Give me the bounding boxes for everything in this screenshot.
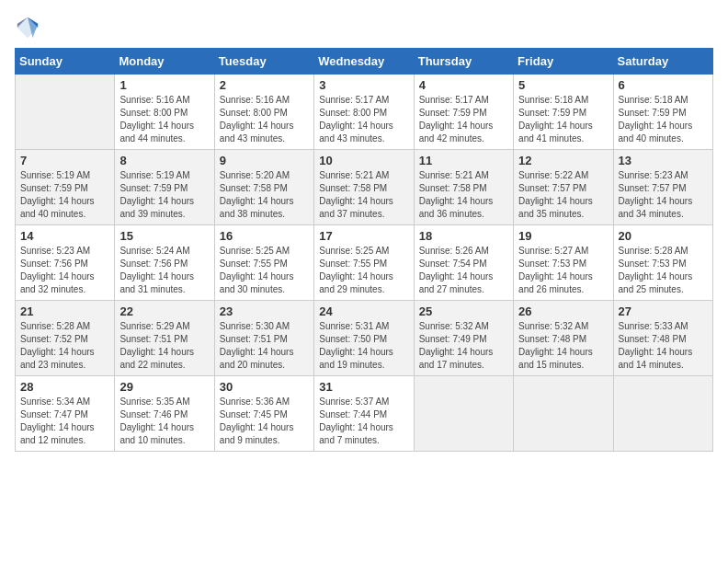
- day-info: Sunrise: 5:27 AMSunset: 7:53 PMDaylight:…: [518, 245, 608, 296]
- day-number: 29: [119, 380, 209, 394]
- day-info: Sunrise: 5:17 AMSunset: 8:00 PMDaylight:…: [319, 94, 408, 145]
- calendar-cell: 7Sunrise: 5:19 AMSunset: 7:59 PMDaylight…: [16, 150, 115, 225]
- day-number: 6: [619, 78, 708, 92]
- day-info: Sunrise: 5:18 AMSunset: 7:59 PMDaylight:…: [518, 94, 608, 145]
- calendar-cell: 9Sunrise: 5:20 AMSunset: 7:58 PMDaylight…: [214, 150, 313, 225]
- calendar-cell: 5Sunrise: 5:18 AMSunset: 7:59 PMDaylight…: [514, 75, 613, 150]
- day-number: 5: [518, 78, 608, 92]
- week-row-2: 7Sunrise: 5:19 AMSunset: 7:59 PMDaylight…: [16, 150, 713, 225]
- header-sunday: Sunday: [16, 49, 115, 75]
- logo-icon: [15, 15, 40, 40]
- header-monday: Monday: [115, 49, 214, 75]
- day-number: 18: [419, 229, 508, 243]
- day-info: Sunrise: 5:29 AMSunset: 7:51 PMDaylight:…: [119, 320, 209, 372]
- day-number: 22: [119, 304, 209, 318]
- calendar-cell: 26Sunrise: 5:32 AMSunset: 7:48 PMDayligh…: [514, 301, 613, 376]
- calendar-cell: 29Sunrise: 5:35 AMSunset: 7:46 PMDayligh…: [115, 376, 214, 452]
- header: [15, 15, 713, 40]
- calendar-cell: 15Sunrise: 5:24 AMSunset: 7:56 PMDayligh…: [115, 225, 214, 301]
- day-info: Sunrise: 5:20 AMSunset: 7:58 PMDaylight:…: [220, 169, 309, 221]
- day-number: 28: [20, 380, 109, 394]
- day-number: 24: [319, 304, 408, 318]
- week-row-3: 14Sunrise: 5:23 AMSunset: 7:56 PMDayligh…: [16, 225, 713, 301]
- day-number: 12: [518, 154, 608, 167]
- calendar-cell: 31Sunrise: 5:37 AMSunset: 7:44 PMDayligh…: [314, 376, 414, 452]
- day-number: 26: [518, 304, 608, 318]
- day-info: Sunrise: 5:19 AMSunset: 7:59 PMDaylight:…: [119, 169, 209, 221]
- calendar-cell: 12Sunrise: 5:22 AMSunset: 7:57 PMDayligh…: [514, 150, 613, 225]
- calendar-cell: 20Sunrise: 5:28 AMSunset: 7:53 PMDayligh…: [613, 225, 712, 301]
- calendar-cell: 23Sunrise: 5:30 AMSunset: 7:51 PMDayligh…: [214, 301, 313, 376]
- day-number: 19: [518, 229, 608, 243]
- day-number: 27: [619, 304, 708, 318]
- day-info: Sunrise: 5:34 AMSunset: 7:47 PMDaylight:…: [20, 396, 109, 447]
- week-row-5: 28Sunrise: 5:34 AMSunset: 7:47 PMDayligh…: [16, 376, 713, 452]
- calendar-cell: 24Sunrise: 5:31 AMSunset: 7:50 PMDayligh…: [314, 301, 414, 376]
- calendar-cell: 14Sunrise: 5:23 AMSunset: 7:56 PMDayligh…: [16, 225, 115, 301]
- day-number: 23: [220, 304, 309, 318]
- header-saturday: Saturday: [613, 49, 712, 75]
- calendar-cell: 11Sunrise: 5:21 AMSunset: 7:58 PMDayligh…: [414, 150, 513, 225]
- day-number: 30: [220, 380, 309, 394]
- day-number: 21: [20, 304, 109, 318]
- calendar-cell: 18Sunrise: 5:26 AMSunset: 7:54 PMDayligh…: [414, 225, 513, 301]
- calendar-cell: 10Sunrise: 5:21 AMSunset: 7:58 PMDayligh…: [314, 150, 414, 225]
- day-info: Sunrise: 5:23 AMSunset: 7:56 PMDaylight:…: [20, 245, 109, 296]
- calendar-cell: 8Sunrise: 5:19 AMSunset: 7:59 PMDaylight…: [115, 150, 214, 225]
- day-number: 2: [220, 78, 309, 92]
- calendar-cell: 22Sunrise: 5:29 AMSunset: 7:51 PMDayligh…: [115, 301, 214, 376]
- day-info: Sunrise: 5:18 AMSunset: 7:59 PMDaylight:…: [619, 94, 708, 145]
- day-info: Sunrise: 5:33 AMSunset: 7:48 PMDaylight:…: [619, 320, 708, 372]
- day-number: 15: [119, 229, 209, 243]
- day-info: Sunrise: 5:17 AMSunset: 7:59 PMDaylight:…: [419, 94, 508, 145]
- day-info: Sunrise: 5:36 AMSunset: 7:45 PMDaylight:…: [220, 396, 309, 447]
- day-info: Sunrise: 5:21 AMSunset: 7:58 PMDaylight:…: [319, 169, 408, 221]
- calendar-cell: 19Sunrise: 5:27 AMSunset: 7:53 PMDayligh…: [514, 225, 613, 301]
- calendar-cell: 21Sunrise: 5:28 AMSunset: 7:52 PMDayligh…: [16, 301, 115, 376]
- calendar-cell: 16Sunrise: 5:25 AMSunset: 7:55 PMDayligh…: [214, 225, 313, 301]
- day-info: Sunrise: 5:32 AMSunset: 7:48 PMDaylight:…: [518, 320, 608, 372]
- day-number: 17: [319, 229, 408, 243]
- calendar-cell: 4Sunrise: 5:17 AMSunset: 7:59 PMDaylight…: [414, 75, 513, 150]
- day-number: 31: [319, 380, 408, 394]
- calendar-cell: 17Sunrise: 5:25 AMSunset: 7:55 PMDayligh…: [314, 225, 414, 301]
- calendar-cell: 6Sunrise: 5:18 AMSunset: 7:59 PMDaylight…: [613, 75, 712, 150]
- day-number: 16: [220, 229, 309, 243]
- day-number: 4: [419, 78, 508, 92]
- calendar-cell: 30Sunrise: 5:36 AMSunset: 7:45 PMDayligh…: [214, 376, 313, 452]
- day-info: Sunrise: 5:25 AMSunset: 7:55 PMDaylight:…: [319, 245, 408, 296]
- calendar-cell: 28Sunrise: 5:34 AMSunset: 7:47 PMDayligh…: [16, 376, 115, 452]
- week-row-4: 21Sunrise: 5:28 AMSunset: 7:52 PMDayligh…: [16, 301, 713, 376]
- day-info: Sunrise: 5:37 AMSunset: 7:44 PMDaylight:…: [319, 396, 408, 447]
- day-number: 1: [119, 78, 209, 92]
- day-info: Sunrise: 5:35 AMSunset: 7:46 PMDaylight:…: [119, 396, 209, 447]
- day-number: 8: [119, 154, 209, 167]
- day-number: 25: [419, 304, 508, 318]
- day-info: Sunrise: 5:28 AMSunset: 7:52 PMDaylight:…: [20, 320, 109, 372]
- day-info: Sunrise: 5:24 AMSunset: 7:56 PMDaylight:…: [119, 245, 209, 296]
- calendar-cell: 1Sunrise: 5:16 AMSunset: 8:00 PMDaylight…: [115, 75, 214, 150]
- day-info: Sunrise: 5:28 AMSunset: 7:53 PMDaylight:…: [619, 245, 708, 296]
- day-number: 14: [20, 229, 109, 243]
- day-number: 3: [319, 78, 408, 92]
- day-number: 11: [419, 154, 508, 167]
- day-info: Sunrise: 5:16 AMSunset: 8:00 PMDaylight:…: [220, 94, 309, 145]
- calendar-cell: [613, 376, 712, 452]
- header-friday: Friday: [514, 49, 613, 75]
- header-row: SundayMondayTuesdayWednesdayThursdayFrid…: [16, 49, 713, 75]
- week-row-1: 1Sunrise: 5:16 AMSunset: 8:00 PMDaylight…: [16, 75, 713, 150]
- day-info: Sunrise: 5:16 AMSunset: 8:00 PMDaylight:…: [119, 94, 209, 145]
- day-info: Sunrise: 5:25 AMSunset: 7:55 PMDaylight:…: [220, 245, 309, 296]
- calendar-cell: 3Sunrise: 5:17 AMSunset: 8:00 PMDaylight…: [314, 75, 414, 150]
- calendar-cell: 2Sunrise: 5:16 AMSunset: 8:00 PMDaylight…: [214, 75, 313, 150]
- day-info: Sunrise: 5:23 AMSunset: 7:57 PMDaylight:…: [619, 169, 708, 221]
- day-number: 9: [220, 154, 309, 167]
- calendar-cell: [16, 75, 115, 150]
- calendar-cell: [514, 376, 613, 452]
- header-wednesday: Wednesday: [314, 49, 414, 75]
- calendar-table: SundayMondayTuesdayWednesdayThursdayFrid…: [15, 48, 713, 452]
- day-info: Sunrise: 5:31 AMSunset: 7:50 PMDaylight:…: [319, 320, 408, 372]
- logo: [15, 15, 44, 40]
- calendar-cell: 27Sunrise: 5:33 AMSunset: 7:48 PMDayligh…: [613, 301, 712, 376]
- day-info: Sunrise: 5:32 AMSunset: 7:49 PMDaylight:…: [419, 320, 508, 372]
